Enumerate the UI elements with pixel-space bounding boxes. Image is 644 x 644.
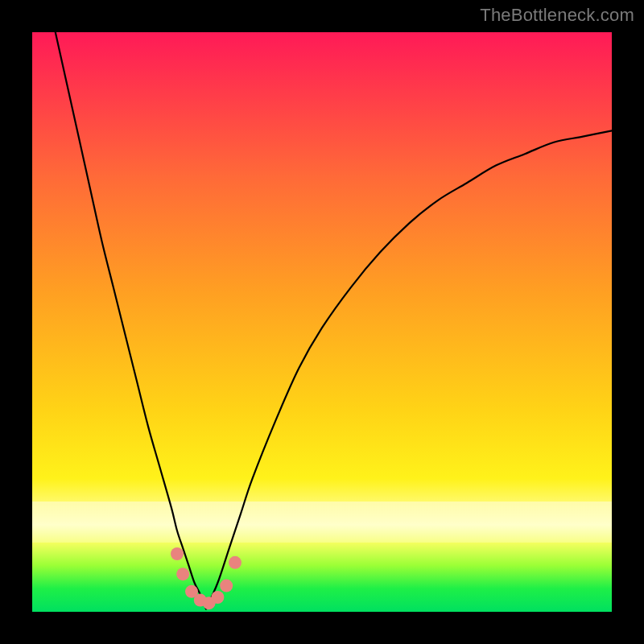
marker-dot xyxy=(220,580,233,592)
plot-area xyxy=(32,32,612,612)
right-curve xyxy=(206,130,612,609)
marker-dots xyxy=(171,547,242,609)
marker-dot xyxy=(176,568,189,580)
watermark-text: TheBottleneck.com xyxy=(480,5,634,26)
left-curve xyxy=(56,32,206,609)
marker-dot xyxy=(171,547,184,560)
chart-frame: TheBottleneck.com xyxy=(0,0,644,644)
marker-dot xyxy=(229,556,242,569)
marker-dot xyxy=(211,591,224,604)
curve-layer xyxy=(32,32,612,612)
